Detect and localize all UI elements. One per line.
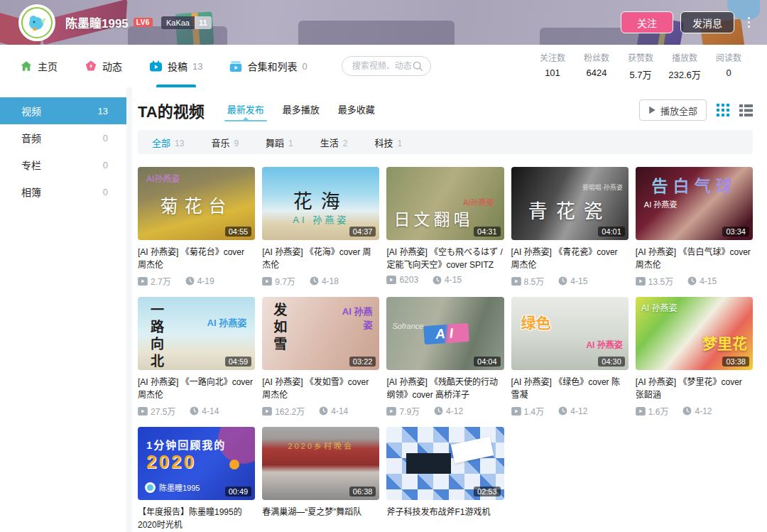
thumbnail-text: 青花瓷 <box>511 196 629 224</box>
video-title[interactable]: 春满巢湖—“夏之梦”舞蹈队 <box>262 506 379 531</box>
video-card[interactable]: 一路向北 AI 孙燕姿 04:59 [AI 孙燕姿] 《一路向北》cover 周… <box>138 297 255 417</box>
video-title[interactable]: [AI 孙燕姿] 《空も飛べるはず /定能飞向天空》cover SPITZ <box>386 246 504 271</box>
nav-item-collections[interactable]: 合集和列表 0 <box>229 45 307 87</box>
stat-label: 粉丝数 <box>578 51 615 63</box>
clock-icon <box>433 276 442 285</box>
video-meta: 27.5万 4-14 <box>138 405 255 417</box>
upload-date: 4-12 <box>446 406 463 416</box>
clock-icon <box>319 406 328 416</box>
search-icon[interactable] <box>412 60 423 72</box>
tab-most-favorited[interactable]: 最多收藏 <box>338 102 375 121</box>
duration-badge: 04:55 <box>225 227 252 237</box>
video-title[interactable]: [AI 孙燕姿] 《梦里花》cover 张韶涵 <box>636 376 753 401</box>
video-card[interactable]: 告白气球 AI 孙燕姿 03:34 [AI 孙燕姿] 《告白气球》cover 周… <box>636 167 753 287</box>
video-title[interactable]: [AI 孙燕姿] 《发如雪》cover 周杰伦 <box>262 376 379 401</box>
nav-label: 合集和列表 <box>247 59 297 73</box>
clock-icon <box>434 406 443 416</box>
list-view-icon[interactable] <box>739 104 753 116</box>
sidebar-label: 音频 <box>21 131 41 145</box>
search-input[interactable] <box>352 61 412 71</box>
play-count-icon <box>386 276 396 284</box>
video-card[interactable]: Sofrance AI 04:04 [AI 孙燕姿] 《残酷天使的行动纲领》co… <box>386 297 504 417</box>
video-meta: 2.7万 4-19 <box>138 275 255 287</box>
video-meta: 1.4万 4-12 <box>511 405 629 417</box>
thumbnail-text: 一路向北 <box>146 303 165 370</box>
video-card[interactable]: 发如雪 AI 孙燕姿 03:22 [AI 孙燕姿] 《发如雪》cover 周杰伦… <box>262 297 379 417</box>
clock-icon <box>682 406 692 416</box>
nav-item-submissions[interactable]: 投稿 13 <box>149 45 202 87</box>
send-message-button[interactable]: 发消息 <box>680 11 734 33</box>
thumbnail-watermark: AI 孙燕姿 <box>262 212 379 226</box>
filter-dance[interactable]: 舞蹈1 <box>266 136 293 149</box>
filter-music[interactable]: 音乐9 <box>211 136 239 149</box>
play-icon <box>648 106 656 114</box>
video-thumbnail: 绿色 AI 孙燕姿 04:30 <box>511 297 629 370</box>
duration-badge: 00:49 <box>225 487 252 496</box>
video-thumbnail: 发如雪 AI 孙燕姿 03:22 <box>262 297 379 370</box>
video-card[interactable]: AI 孙燕姿 梦里花 03:38 [AI 孙燕姿] 《梦里花》cover 张韶涵… <box>636 297 753 417</box>
video-card[interactable]: 花海 AI 孙燕姿 04:37 [AI 孙燕姿] 《花海》cover 周杰伦 9… <box>262 167 379 287</box>
stat-label: 阅读数 <box>710 51 747 63</box>
duration-badge: 02:53 <box>474 487 501 496</box>
play-all-button[interactable]: 播放全部 <box>639 99 707 121</box>
video-title[interactable]: [AI 孙燕姿] 《告白气球》cover 周杰伦 <box>636 246 753 271</box>
filter-life[interactable]: 生活2 <box>320 136 348 149</box>
avatar-creature <box>25 11 49 35</box>
thumbnail-owner-badge: 陈墨瞳1995 <box>145 482 200 493</box>
video-title[interactable]: [AI 孙燕姿] 《菊花台》cover 周杰伦 <box>138 246 255 271</box>
thumbnail-text: AI <box>423 323 469 344</box>
video-title[interactable]: [AI 孙燕姿] 《残酷天使的行动纲领》cover 高桥洋子 <box>386 376 504 401</box>
clock-icon <box>310 276 319 286</box>
follow-button[interactable]: 关注 <box>621 11 673 33</box>
video-title[interactable]: 斧子科技发布战斧F1游戏机 <box>386 506 504 531</box>
space-search[interactable] <box>342 56 431 76</box>
stat-followers[interactable]: 粉丝数 6424 <box>578 51 615 81</box>
video-card[interactable]: 1分钟回顾我的 2020 陈墨瞳1995 00:49 【年度报告】陈墨瞳1995… <box>138 427 255 532</box>
filter-tech[interactable]: 科技1 <box>374 136 402 149</box>
stat-following[interactable]: 关注数 101 <box>534 51 571 81</box>
video-title[interactable]: [AI 孙燕姿] 《绿色》cover 陈雪凝 <box>511 376 629 401</box>
nav-label: 主页 <box>38 59 58 73</box>
play-count: 6203 <box>399 275 418 285</box>
video-meta: 1.6万 4-12 <box>636 405 753 417</box>
upload-date: 4-12 <box>695 406 712 416</box>
play-count: 7.9万 <box>399 405 420 417</box>
video-title[interactable]: 【年度报告】陈墨瞳1995的2020时光机 <box>138 506 255 531</box>
dynamics-icon <box>85 60 97 72</box>
sidebar-item-videos[interactable]: 视频 13 <box>0 97 126 124</box>
video-title[interactable]: [AI 孙燕姿] 《一路向北》cover 周杰伦 <box>138 376 255 401</box>
video-card[interactable]: AI孙燕姿 菊花台 04:55 [AI 孙燕姿] 《菊花台》cover 周杰伦 … <box>138 167 255 287</box>
video-card[interactable]: 2020乡村晚会 06:38 春满巢湖—“夏之梦”舞蹈队 667 2020-11… <box>262 427 379 532</box>
thumbnail-text: 绿色 <box>521 311 551 332</box>
tab-most-played[interactable]: 最多播放 <box>283 102 320 121</box>
sidebar-item-albums[interactable]: 相簿 0 <box>0 178 126 205</box>
stat-value: 5.7万 <box>622 67 659 81</box>
sidebar-item-audio[interactable]: 音频 0 <box>0 124 126 151</box>
home-icon <box>20 60 33 72</box>
nav-item-dynamics[interactable]: 动态 <box>85 45 122 87</box>
fan-medal-level: 11 <box>195 16 212 29</box>
play-all-label: 播放全部 <box>660 104 697 117</box>
sidebar-item-articles[interactable]: 专栏 0 <box>0 151 126 178</box>
sidebar-label: 专栏 <box>21 158 41 172</box>
grid-view-icon[interactable] <box>717 104 729 116</box>
sidebar-count: 0 <box>103 187 108 197</box>
upload-date: 4-12 <box>570 406 587 416</box>
video-card[interactable]: 绿色 AI 孙燕姿 04:30 [AI 孙燕姿] 《绿色》cover 陈雪凝 1… <box>511 297 629 417</box>
video-card[interactable]: AI孙燕姿 日文翻唱 04:31 [AI 孙燕姿] 《空も飛べるはず /定能飞向… <box>386 167 504 287</box>
tab-latest[interactable]: 最新发布 <box>227 102 264 121</box>
collection-list-icon <box>229 60 242 72</box>
video-title[interactable]: [AI 孙燕姿] 《花海》cover 周杰伦 <box>262 246 379 271</box>
more-options-icon[interactable] <box>743 15 754 30</box>
avatar[interactable] <box>18 4 55 41</box>
sort-tabs: 最新发布 最多播放 最多收藏 <box>227 102 375 121</box>
play-count-icon <box>138 407 148 416</box>
video-card[interactable]: 要唱唱·孙燕姿 青花瓷 04:01 [AI 孙燕姿] 《青花瓷》cover 周杰… <box>511 167 629 287</box>
filter-all[interactable]: 全部13 <box>152 136 184 149</box>
nav-item-home[interactable]: 主页 <box>20 45 58 87</box>
fan-medal: KaKaa 11 <box>161 16 212 29</box>
submissions-icon <box>149 60 163 72</box>
video-title[interactable]: [AI 孙燕姿] 《青花瓷》cover 周杰伦 <box>511 246 629 271</box>
video-card[interactable]: 02:53 斧子科技发布战斧F1游戏机 3258 2016-5-23 <box>386 427 504 532</box>
main-panel: TA的视频 最新发布 最多播放 最多收藏 播放全部 <box>132 87 767 532</box>
